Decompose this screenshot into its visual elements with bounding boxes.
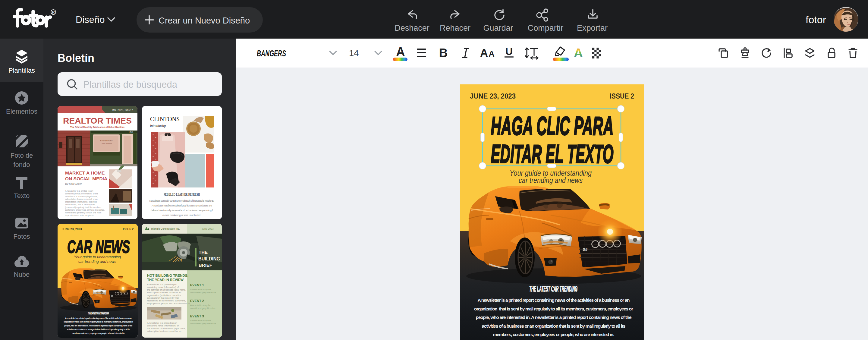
svg-text:regularly to all its members,: regularly to all its members, customers, xyxy=(147,299,186,302)
svg-text:HOT BUILDING TRENDS:: HOT BUILDING TRENDS: xyxy=(147,274,188,277)
svg-text:containing news (information): containing news (information) of the xyxy=(65,193,98,195)
svg-text:U: U xyxy=(505,45,513,57)
svg-text:Newsletters generally contain: Newsletters generally contain one main xyxy=(65,212,101,214)
svg-text:containing news (information): containing news (information) of xyxy=(147,286,179,288)
svg-text:A newsletter may be: A newsletter may be xyxy=(190,304,211,307)
svg-text:A: A xyxy=(396,45,405,58)
svg-text:the activities of a business (: the activities of a business (legal name… xyxy=(147,327,186,330)
svg-text:BANGERS: BANGERS xyxy=(257,48,286,58)
svg-text:R: R xyxy=(52,10,55,14)
svg-text:A: A xyxy=(489,50,495,59)
svg-text:EVENT 2: EVENT 2 xyxy=(190,299,204,303)
svg-text:subscription, business modell: subscription, business modell or an xyxy=(65,198,98,200)
svg-text:178: 178 xyxy=(128,131,133,134)
svg-text:A: A xyxy=(574,46,583,60)
svg-text:June 2023: June 2023 xyxy=(202,227,214,230)
svg-text:topic of interest to its recip: topic of interest to its recipients. xyxy=(65,214,94,217)
svg-text:14: 14 xyxy=(349,48,359,58)
svg-text:organization (institutions, so: organization (institutions, societies, xyxy=(147,294,182,297)
svg-text:MARKET A HOME: MARKET A HOME xyxy=(65,170,104,176)
svg-text:Your guide to understanding: Your guide to understanding xyxy=(74,255,121,259)
svg-text:A newsletter may be considered: A newsletter may be considered grey lite… xyxy=(152,204,212,207)
svg-text:CAR NEWS: CAR NEWS xyxy=(67,237,130,257)
svg-text:Mar. 2023, Issue 7: Mar. 2023, Issue 7 xyxy=(112,109,133,112)
svg-text:HAGA CLIC PARA: HAGA CLIC PARA xyxy=(491,111,614,140)
svg-text:EVENT 1: EVENT 1 xyxy=(190,283,204,287)
svg-text:A newsletter is a printed repo: A newsletter is a printed report xyxy=(65,190,93,192)
svg-text:B: B xyxy=(439,46,448,59)
svg-text:Newsletters generally contain: Newsletters generally contain one main t… xyxy=(150,199,214,202)
svg-text:The Official Monthly Publicati: The Official Monthly Publication of Hill… xyxy=(70,126,124,129)
svg-text:STOREFRONT: STOREFRONT xyxy=(100,140,113,142)
svg-text:organization (institutions, so: organization (institutions, societies, xyxy=(65,201,97,203)
svg-text:considered grey literature: considered grey literature xyxy=(190,291,216,294)
svg-text:e-mail marketing is sent unsol: e-mail marketing is sent unsolicited. xyxy=(162,214,201,217)
svg-text:activities of a business (lega: activities of a business (legal name, xyxy=(65,195,98,198)
svg-text:By Kate Miller: By Kate Miller xyxy=(65,182,82,185)
svg-text:considered grey literature: considered grey literature xyxy=(190,307,216,310)
svg-text:subscription business modell o: subscription business modell or an xyxy=(147,291,181,294)
svg-text:A newsletter is a printed repo: A newsletter is a printed report xyxy=(147,321,177,324)
svg-text:car trending and news: car trending and news xyxy=(519,176,583,185)
svg-text:employees or people, who are i: employees or people, who are interested … xyxy=(147,302,190,305)
svg-text:subscription business modell o: subscription business modell or an xyxy=(147,330,181,333)
svg-text:Introducing: Introducing xyxy=(150,124,166,127)
svg-text:the activities of a business (: the activities of a business (legal name… xyxy=(147,288,186,291)
svg-text:delivered electronically via e: delivered electronically via e-mail and … xyxy=(151,209,213,212)
svg-text:CLINTONS: CLINTONS xyxy=(150,116,180,123)
svg-text:A newsletter may be: A newsletter may be xyxy=(190,319,211,322)
svg-text:THE: THE xyxy=(198,250,208,255)
svg-text:A: A xyxy=(480,47,488,59)
svg-text:containing news (information): containing news (information) of xyxy=(147,324,179,327)
svg-text:BUILDING: BUILDING xyxy=(198,256,220,261)
svg-text:REALTOR TIMES: REALTOR TIMES xyxy=(63,116,132,125)
svg-text:Coffee Roasters: Coffee Roasters xyxy=(101,143,112,144)
svg-text:PEBBLED LEATHER REFRESH: PEBBLED LEATHER REFRESH xyxy=(164,192,200,196)
svg-text:associations) that is sent by: associations) that is sent by mail xyxy=(65,204,95,206)
svg-text:car trending and news: car trending and news xyxy=(79,259,116,264)
svg-text:considered grey literature: considered grey literature xyxy=(190,322,216,325)
svg-text:A newsletter is a printed repo: A newsletter is a printed report xyxy=(147,283,177,286)
svg-text:associations) that is sent by: associations) that is sent by mail xyxy=(147,297,179,299)
svg-text:THE YEAR IN REVIEW: THE YEAR IN REVIEW xyxy=(147,278,184,281)
svg-text:customers, employees, or those: customers, employees, or those intereste… xyxy=(65,209,105,211)
svg-text:A newsletter may be: A newsletter may be xyxy=(190,288,211,291)
svg-text:EVENT 3: EVENT 3 xyxy=(190,314,204,318)
svg-text:ON SOCIAL MEDIA: ON SOCIAL MEDIA xyxy=(65,176,107,181)
svg-text:BRIEF: BRIEF xyxy=(198,262,212,268)
svg-text:Triangle Construction Inc.: Triangle Construction Inc. xyxy=(151,227,180,230)
svg-text:(now email) regularly to all i: (now email) regularly to all its members… xyxy=(65,206,102,209)
